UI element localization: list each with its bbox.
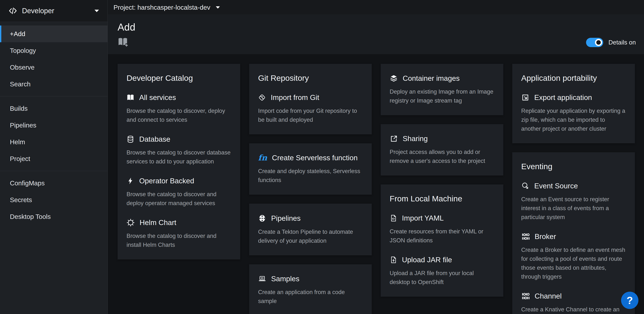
item-import-yaml[interactable]: Import YAMLCreate resources from their Y… bbox=[390, 214, 494, 245]
cards-grid: Developer CatalogAll servicesBrowse the … bbox=[108, 54, 644, 314]
sidebar-item-configmaps[interactable]: ConfigMaps bbox=[0, 175, 108, 192]
file-upload-icon bbox=[390, 256, 397, 264]
item-heading-label: Channel bbox=[534, 292, 562, 300]
sidebar-item-observe[interactable]: Observe bbox=[0, 59, 108, 76]
book-icon bbox=[126, 94, 134, 101]
page-header: Add Details on bbox=[108, 15, 644, 54]
project-selector[interactable]: Project: harshcasper-localsta-dev bbox=[114, 4, 220, 11]
card-column: Developer CatalogAll servicesBrowse the … bbox=[118, 64, 240, 260]
item-heading-label: Database bbox=[139, 135, 170, 143]
nav-section: ConfigMapsSecretsDesktop Tools bbox=[0, 171, 108, 229]
card-title: Git Repository bbox=[258, 73, 363, 83]
laptop-code-icon bbox=[258, 275, 266, 283]
event-source-icon bbox=[521, 182, 530, 190]
card-application-portability[interactable]: Application portabilityExport applicatio… bbox=[512, 64, 635, 143]
sidebar-item-search[interactable]: Search bbox=[0, 76, 108, 92]
item-container-images[interactable]: Container imagesDeploy an existing Image… bbox=[390, 74, 494, 105]
item-export-application[interactable]: Export applicationReplicate your applica… bbox=[521, 93, 626, 133]
sidebar-item-topology[interactable]: Topology bbox=[0, 42, 108, 59]
sidebar-item-builds[interactable]: Builds bbox=[0, 100, 108, 117]
item-upload-jar-file[interactable]: Upload JAR fileUpload a JAR file from yo… bbox=[390, 256, 494, 287]
card-column: Application portabilityExport applicatio… bbox=[512, 64, 635, 314]
item-description: Browse the catalog to discover and insta… bbox=[126, 232, 231, 249]
item-sharing[interactable]: SharingProject access allows you to add … bbox=[390, 135, 494, 165]
item-heading-label: All services bbox=[139, 93, 176, 102]
item-description: Create and deploy stateless, Serverless … bbox=[258, 167, 363, 185]
item-description: Browse the catalog to discover, deploy a… bbox=[126, 106, 231, 124]
card-sharing[interactable]: SharingProject access allows you to add … bbox=[381, 124, 503, 176]
item-heading: Container images bbox=[390, 74, 494, 82]
chevron-down-icon bbox=[94, 9, 99, 12]
card-column: Git RepositoryImport from GitImport code… bbox=[249, 64, 372, 314]
item-create-serverless-function[interactable]: fnCreate Serverless functionCreate and d… bbox=[258, 154, 363, 185]
item-description: Project access allows you to add or remo… bbox=[390, 148, 494, 165]
sidebar-item-secrets[interactable]: Secrets bbox=[0, 192, 108, 208]
card-container-images[interactable]: Container imagesDeploy an existing Image… bbox=[381, 64, 503, 115]
item-helm-chart[interactable]: Helm ChartBrowse the catalog to discover… bbox=[126, 219, 231, 249]
perspective-switcher[interactable]: Developer bbox=[0, 0, 108, 22]
item-description: Deploy an existing Image from an Image r… bbox=[390, 87, 494, 105]
card-developer-catalog[interactable]: Developer CatalogAll servicesBrowse the … bbox=[118, 64, 240, 260]
item-database[interactable]: DatabaseBrowse the catalog to discover d… bbox=[126, 135, 231, 166]
channel-icon bbox=[521, 292, 530, 300]
card-from-local-machine[interactable]: From Local MachineImport YAMLCreate reso… bbox=[381, 184, 503, 297]
share-icon bbox=[390, 135, 398, 143]
sidebar-nav: +AddTopologyObserveSearchBuildsPipelines… bbox=[0, 22, 108, 229]
item-samples[interactable]: SamplesCreate an application from a code… bbox=[258, 275, 363, 306]
item-event-source[interactable]: Event SourceCreate an Event source to re… bbox=[521, 182, 626, 222]
item-description: Create a Knative Channel to create an ev… bbox=[521, 305, 626, 314]
item-heading-label: Pipelines bbox=[271, 214, 300, 222]
details-toggle-group: Details on bbox=[586, 38, 636, 47]
help-button[interactable]: ? bbox=[621, 292, 638, 309]
sidebar-item-pipelines[interactable]: Pipelines bbox=[0, 117, 108, 134]
sidebar-item-add[interactable]: +Add bbox=[0, 25, 108, 42]
helm-icon bbox=[126, 219, 135, 227]
card-title: From Local Machine bbox=[390, 194, 494, 203]
item-description: Create an application from a code sample bbox=[258, 288, 363, 306]
item-all-services[interactable]: All servicesBrowse the catalog to discov… bbox=[126, 93, 231, 124]
sidebar-item-helm[interactable]: Helm bbox=[0, 134, 108, 150]
file-code-icon bbox=[390, 214, 397, 222]
card-git-repository[interactable]: Git RepositoryImport from GitImport code… bbox=[249, 64, 372, 134]
item-description: Browse the catalog to discover and deplo… bbox=[126, 190, 231, 208]
card-eventing[interactable]: EventingEvent SourceCreate an Event sour… bbox=[512, 152, 635, 314]
item-heading: Samples bbox=[258, 275, 363, 283]
item-heading-label: Container images bbox=[403, 74, 460, 82]
item-heading: Pipelines bbox=[258, 214, 363, 223]
item-pipelines[interactable]: PipelinesCreate a Tekton Pipeline to aut… bbox=[258, 214, 363, 245]
item-heading: Database bbox=[126, 135, 231, 143]
card-title: Application portability bbox=[521, 73, 626, 83]
nav-section: BuildsPipelinesHelmProject bbox=[0, 96, 108, 171]
toggle-knob bbox=[595, 39, 602, 46]
layers-icon bbox=[390, 74, 398, 82]
item-heading: Channel bbox=[521, 292, 626, 300]
card-title: Developer Catalog bbox=[126, 73, 231, 83]
item-description: Import code from your Git repository to … bbox=[258, 106, 363, 124]
item-description: Browse the catalog to discover database … bbox=[126, 148, 231, 166]
card-samples[interactable]: SamplesCreate an application from a code… bbox=[249, 264, 372, 314]
item-import-from-git[interactable]: Import from GitImport code from your Git… bbox=[258, 93, 363, 124]
sidebar-item-project[interactable]: Project bbox=[0, 150, 108, 167]
card-create-serverless-function[interactable]: fnCreate Serverless functionCreate and d… bbox=[249, 143, 372, 195]
item-heading: Import YAML bbox=[390, 214, 494, 222]
item-operator-backed[interactable]: Operator BackedBrowse the catalog to dis… bbox=[126, 177, 231, 208]
database-icon bbox=[126, 135, 134, 143]
broker-icon bbox=[521, 233, 530, 241]
item-heading-label: Broker bbox=[534, 233, 556, 241]
item-heading-label: Upload JAR file bbox=[402, 256, 452, 264]
book-plus-icon[interactable] bbox=[118, 37, 128, 47]
item-channel[interactable]: ChannelCreate a Knative Channel to creat… bbox=[521, 292, 626, 314]
item-broker[interactable]: BrokerCreate a Broker to define an event… bbox=[521, 233, 626, 281]
item-heading: Sharing bbox=[390, 135, 494, 143]
sidebar-item-desktop-tools[interactable]: Desktop Tools bbox=[0, 208, 108, 225]
details-toggle[interactable] bbox=[586, 38, 603, 47]
item-description: Create resources from their YAML or JSON… bbox=[390, 227, 494, 245]
sidebar: Developer +AddTopologyObserveSearchBuild… bbox=[0, 0, 108, 314]
item-heading: Broker bbox=[521, 233, 626, 241]
card-title: Eventing bbox=[521, 162, 626, 171]
item-heading: Import from Git bbox=[258, 93, 363, 102]
item-heading-label: Sharing bbox=[403, 135, 428, 143]
item-description: Create an Event source to register inter… bbox=[521, 195, 626, 222]
card-pipelines[interactable]: PipelinesCreate a Tekton Pipeline to aut… bbox=[249, 204, 372, 255]
project-selector-label: Project: harshcasper-localsta-dev bbox=[114, 4, 210, 11]
